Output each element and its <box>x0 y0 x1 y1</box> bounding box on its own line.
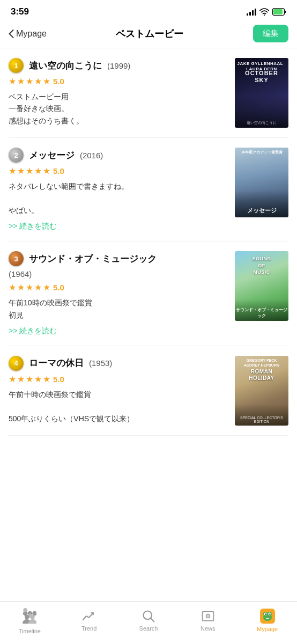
search-icon <box>142 609 155 623</box>
rank-badge-4: 4 <box>9 356 24 371</box>
svg-point-13 <box>207 615 209 617</box>
movie-item-1[interactable]: 1 遠い空の向こうに (1999) ★ ★ ★ ★ ★ 5.0 ベストムービー用… <box>9 48 288 138</box>
svg-rect-2 <box>273 9 283 14</box>
frog-icon <box>261 610 274 623</box>
movie-title-4: ローマの休日 <box>29 357 84 369</box>
rank-badge-3: 3 <box>9 251 24 266</box>
movie-review-4: 午前十時の映画祭で鑑賞500年ぶりくらい（VHSで観て以来） <box>9 389 228 425</box>
rating-value-3: 5.0 <box>53 283 64 292</box>
news-icon <box>201 609 215 623</box>
movie-rating-3: ★ ★ ★ ★ ★ 5.0 <box>9 282 228 292</box>
movie-rating-1: ★ ★ ★ ★ ★ 5.0 <box>9 76 228 86</box>
svg-line-11 <box>151 618 154 621</box>
movie-poster-3: SOUNDOFMUSIC サウンド・オブ・ミュージック <box>235 251 288 336</box>
people-icon <box>23 612 36 626</box>
movie-rank-title-2: 2 メッセージ (2016) <box>9 148 228 163</box>
poster-image-2: 本年度アカデミー賞受賞 メッセージ <box>235 148 288 217</box>
movie-rating-4: ★ ★ ★ ★ ★ 5.0 <box>9 374 228 384</box>
tab-search[interactable]: Search <box>119 609 179 632</box>
movie-poster-2: 本年度アカデミー賞受賞 メッセージ <box>235 148 288 231</box>
back-label: Mypage <box>16 29 47 39</box>
movie-year-1: (1999) <box>107 61 130 70</box>
status-time: 3:59 <box>11 6 29 17</box>
rating-value-2: 5.0 <box>53 166 64 175</box>
svg-point-8 <box>25 614 29 619</box>
movie-title-3: サウンド・オブ・ミュージック <box>29 253 157 265</box>
movie-rank-title-3: 3 サウンド・オブ・ミュージック <box>9 251 228 266</box>
movie-list: 1 遠い空の向こうに (1999) ★ ★ ★ ★ ★ 5.0 ベストムービー用… <box>0 48 297 479</box>
svg-point-19 <box>265 613 266 614</box>
poster-image-3: SOUNDOFMUSIC サウンド・オブ・ミュージック <box>235 251 288 321</box>
mypage-frog-icon <box>260 609 275 624</box>
movie-title-2: メッセージ <box>29 149 75 162</box>
read-more-2[interactable]: >> 続きを読む <box>9 222 228 231</box>
tab-timeline-label: Timeline <box>19 628 41 634</box>
poster-image-1: JAKE GYLLENHAAL LAURA DERN OCTOBERSKY 遠い… <box>235 58 288 128</box>
rating-value-1: 5.0 <box>53 77 64 86</box>
movie-info-4: 4 ローマの休日 (1953) ★ ★ ★ ★ ★ 5.0 午前十時の映画祭で鑑… <box>9 356 228 426</box>
star-1: ★ <box>9 76 16 86</box>
star-5: ★ <box>43 76 50 86</box>
movie-info-2: 2 メッセージ (2016) ★ ★ ★ ★ ★ 5.0 ネタバレしない範囲で書… <box>9 148 228 231</box>
read-more-3[interactable]: >> 続きを読む <box>9 326 228 336</box>
tab-news[interactable]: News <box>178 609 237 632</box>
movie-title-1: 遠い空の向こうに <box>29 60 102 72</box>
movie-item-4[interactable]: 4 ローマの休日 (1953) ★ ★ ★ ★ ★ 5.0 午前十時の映画祭で鑑… <box>9 346 288 436</box>
movie-info-3: 3 サウンド・オブ・ミュージック (1964) ★ ★ ★ ★ ★ 5.0 午前… <box>9 251 228 336</box>
status-bar: 3:59 <box>0 0 297 21</box>
movie-review-2: ネタバレしない範囲で書きますね。やばい。 <box>9 180 228 216</box>
movie-review-1: ベストムービー用一番好きな映画。感想はそのうち書く。 <box>9 91 228 127</box>
edit-button[interactable]: 編集 <box>253 25 288 42</box>
trend-icon <box>82 609 96 623</box>
nav-header: Mypage ベストムービー 編集 <box>0 21 297 48</box>
movie-rank-title-1: 1 遠い空の向こうに (1999) <box>9 58 228 73</box>
star-3: ★ <box>26 76 33 86</box>
rank-badge-2: 2 <box>9 148 24 163</box>
svg-point-9 <box>31 614 35 619</box>
movie-item-2[interactable]: 2 メッセージ (2016) ★ ★ ★ ★ ★ 5.0 ネタバレしない範囲で書… <box>9 138 288 241</box>
movie-year-3: (1964) <box>9 269 32 279</box>
tab-trend[interactable]: Trend <box>60 609 119 632</box>
movie-year-2: (2016) <box>80 151 103 160</box>
wifi-icon <box>259 8 269 16</box>
movie-rank-title-4: 4 ローマの休日 (1953) <box>9 356 228 371</box>
tab-timeline[interactable]: Timeline <box>0 606 60 634</box>
rank-badge-1: 1 <box>9 58 24 73</box>
rating-value-4: 5.0 <box>53 375 64 384</box>
movie-info-1: 1 遠い空の向こうに (1999) ★ ★ ★ ★ ★ 5.0 ベストムービー用… <box>9 58 228 128</box>
tab-news-label: News <box>201 625 216 632</box>
movie-review-3: 午前10時の映画祭で鑑賞初見 <box>9 297 228 321</box>
movie-year-4: (1953) <box>89 358 112 368</box>
tab-bar: Timeline Trend Search News <box>0 601 297 644</box>
svg-point-20 <box>269 613 270 614</box>
tab-mypage[interactable]: Mypage <box>237 609 297 632</box>
movie-item-3[interactable]: 3 サウンド・オブ・ミュージック (1964) ★ ★ ★ ★ ★ 5.0 午前… <box>9 241 288 346</box>
signal-icon <box>247 8 256 16</box>
status-icons <box>247 8 286 16</box>
tab-trend-label: Trend <box>81 625 96 632</box>
page-title: ベストムービー <box>116 27 183 40</box>
movie-poster-1: JAKE GYLLENHAAL LAURA DERN OCTOBERSKY 遠い… <box>235 58 288 128</box>
movie-rating-2: ★ ★ ★ ★ ★ 5.0 <box>9 166 228 176</box>
battery-icon <box>272 8 286 16</box>
svg-point-0 <box>264 14 265 16</box>
star-4: ★ <box>34 76 42 86</box>
tab-mypage-label: Mypage <box>257 626 278 632</box>
star-2: ★ <box>17 76 25 86</box>
back-button[interactable]: Mypage <box>9 29 47 39</box>
tab-search-label: Search <box>139 625 158 632</box>
chevron-left-icon <box>9 30 14 38</box>
movie-poster-4: GREGORY PECKAUDREY HEPBURN ROMANHOLIDAY … <box>235 356 288 426</box>
poster-image-4: GREGORY PECKAUDREY HEPBURN ROMANHOLIDAY … <box>235 356 288 426</box>
